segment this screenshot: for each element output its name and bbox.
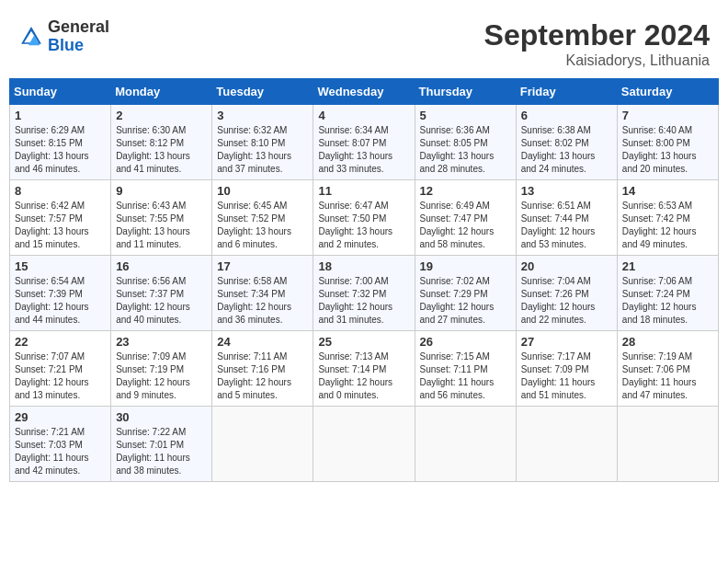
daylight-text: Daylight: 13 hours and 2 minutes. — [318, 226, 392, 249]
calendar-day-cell: 1 Sunrise: 6:29 AM Sunset: 8:15 PM Dayli… — [10, 105, 111, 180]
calendar-header-row: Sunday Monday Tuesday Wednesday Thursday… — [10, 79, 719, 105]
day-info: Sunrise: 6:34 AM Sunset: 8:07 PM Dayligh… — [318, 124, 409, 176]
sunrise-text: Sunrise: 6:54 AM — [15, 276, 85, 286]
day-number: 16 — [116, 259, 207, 273]
day-info: Sunrise: 6:32 AM Sunset: 8:10 PM Dayligh… — [217, 124, 308, 176]
sunrise-text: Sunrise: 7:11 AM — [217, 351, 287, 362]
sunrise-text: Sunrise: 6:47 AM — [318, 201, 388, 211]
calendar-day-cell: 10 Sunrise: 6:45 AM Sunset: 7:52 PM Dayl… — [212, 180, 313, 256]
day-number: 30 — [116, 410, 207, 424]
day-number: 21 — [622, 259, 713, 273]
daylight-text: Daylight: 12 hours and 0 minutes. — [318, 377, 392, 400]
day-number: 29 — [15, 410, 106, 424]
day-number: 8 — [15, 184, 106, 198]
day-number: 12 — [420, 184, 511, 198]
logo-text: General Blue — [48, 18, 109, 55]
calendar-day-cell: 16 Sunrise: 6:56 AM Sunset: 7:37 PM Dayl… — [111, 256, 212, 331]
day-info: Sunrise: 6:40 AM Sunset: 8:00 PM Dayligh… — [622, 124, 713, 176]
calendar-day-cell: 23 Sunrise: 7:09 AM Sunset: 7:19 PM Dayl… — [111, 331, 212, 407]
calendar-day-cell — [617, 407, 718, 482]
col-wednesday: Wednesday — [313, 79, 415, 105]
calendar-day-cell: 21 Sunrise: 7:06 AM Sunset: 7:24 PM Dayl… — [617, 256, 718, 331]
calendar-day-cell: 9 Sunrise: 6:43 AM Sunset: 7:55 PM Dayli… — [111, 180, 212, 256]
sunset-text: Sunset: 7:16 PM — [217, 364, 285, 374]
daylight-text: Daylight: 11 hours and 42 minutes. — [15, 453, 89, 476]
calendar-day-cell: 29 Sunrise: 7:21 AM Sunset: 7:03 PM Dayl… — [10, 407, 111, 482]
day-number: 18 — [318, 259, 409, 273]
sunrise-text: Sunrise: 6:51 AM — [521, 201, 591, 211]
daylight-text: Daylight: 13 hours and 41 minutes. — [116, 151, 190, 174]
sunrise-text: Sunrise: 6:40 AM — [622, 125, 692, 135]
sunset-text: Sunset: 7:14 PM — [318, 364, 386, 374]
day-info: Sunrise: 7:21 AM Sunset: 7:03 PM Dayligh… — [15, 426, 106, 477]
calendar-day-cell: 26 Sunrise: 7:15 AM Sunset: 7:11 PM Dayl… — [415, 331, 516, 407]
sunrise-text: Sunrise: 6:32 AM — [217, 125, 287, 135]
sunrise-text: Sunrise: 7:21 AM — [15, 427, 85, 437]
calendar-day-cell: 12 Sunrise: 6:49 AM Sunset: 7:47 PM Dayl… — [415, 180, 516, 256]
calendar-day-cell: 28 Sunrise: 7:19 AM Sunset: 7:06 PM Dayl… — [617, 331, 718, 407]
calendar-week-row: 22 Sunrise: 7:07 AM Sunset: 7:21 PM Dayl… — [10, 331, 719, 407]
calendar-day-cell: 14 Sunrise: 6:53 AM Sunset: 7:42 PM Dayl… — [617, 180, 718, 256]
sunset-text: Sunset: 8:15 PM — [15, 138, 83, 148]
sunrise-text: Sunrise: 7:09 AM — [116, 351, 186, 362]
day-info: Sunrise: 7:02 AM Sunset: 7:29 PM Dayligh… — [420, 275, 511, 327]
calendar-day-cell: 7 Sunrise: 6:40 AM Sunset: 8:00 PM Dayli… — [617, 105, 718, 180]
daylight-text: Daylight: 12 hours and 27 minutes. — [420, 302, 495, 325]
day-info: Sunrise: 6:30 AM Sunset: 8:12 PM Dayligh… — [116, 124, 207, 176]
sunrise-text: Sunrise: 6:43 AM — [116, 201, 186, 211]
calendar-day-cell — [516, 407, 617, 482]
day-info: Sunrise: 7:04 AM Sunset: 7:26 PM Dayligh… — [521, 275, 612, 327]
day-info: Sunrise: 6:42 AM Sunset: 7:57 PM Dayligh… — [15, 200, 106, 251]
day-info: Sunrise: 6:49 AM Sunset: 7:47 PM Dayligh… — [420, 200, 511, 251]
daylight-text: Daylight: 11 hours and 38 minutes. — [116, 453, 190, 476]
col-sunday: Sunday — [10, 79, 111, 105]
day-info: Sunrise: 6:38 AM Sunset: 8:02 PM Dayligh… — [521, 124, 612, 176]
day-number: 20 — [521, 259, 612, 273]
sunset-text: Sunset: 7:44 PM — [521, 213, 589, 224]
daylight-text: Daylight: 12 hours and 36 minutes. — [217, 302, 291, 325]
day-info: Sunrise: 6:54 AM Sunset: 7:39 PM Dayligh… — [15, 275, 106, 327]
sunset-text: Sunset: 7:34 PM — [217, 289, 285, 299]
calendar-day-cell: 25 Sunrise: 7:13 AM Sunset: 7:14 PM Dayl… — [313, 331, 415, 407]
sunset-text: Sunset: 7:52 PM — [217, 213, 285, 224]
daylight-text: Daylight: 12 hours and 22 minutes. — [521, 302, 596, 325]
sunset-text: Sunset: 8:02 PM — [521, 138, 589, 148]
day-number: 10 — [217, 184, 308, 198]
sunset-text: Sunset: 7:26 PM — [521, 289, 589, 299]
day-info: Sunrise: 6:51 AM Sunset: 7:44 PM Dayligh… — [521, 200, 612, 251]
daylight-text: Daylight: 12 hours and 13 minutes. — [15, 377, 89, 400]
day-number: 15 — [15, 259, 106, 273]
calendar-day-cell: 3 Sunrise: 6:32 AM Sunset: 8:10 PM Dayli… — [212, 105, 313, 180]
calendar-day-cell: 2 Sunrise: 6:30 AM Sunset: 8:12 PM Dayli… — [111, 105, 212, 180]
calendar-day-cell: 6 Sunrise: 6:38 AM Sunset: 8:02 PM Dayli… — [516, 105, 617, 180]
day-info: Sunrise: 7:07 AM Sunset: 7:21 PM Dayligh… — [15, 350, 106, 402]
daylight-text: Daylight: 12 hours and 9 minutes. — [116, 377, 190, 400]
col-friday: Friday — [516, 79, 617, 105]
day-info: Sunrise: 6:58 AM Sunset: 7:34 PM Dayligh… — [217, 275, 308, 327]
day-number: 22 — [15, 335, 106, 349]
daylight-text: Daylight: 13 hours and 6 minutes. — [217, 226, 291, 249]
day-info: Sunrise: 7:09 AM Sunset: 7:19 PM Dayligh… — [116, 350, 207, 402]
daylight-text: Daylight: 11 hours and 56 minutes. — [420, 377, 495, 400]
day-number: 3 — [217, 109, 308, 122]
daylight-text: Daylight: 13 hours and 20 minutes. — [622, 151, 697, 174]
sunrise-text: Sunrise: 6:36 AM — [420, 125, 490, 135]
daylight-text: Daylight: 12 hours and 5 minutes. — [217, 377, 291, 400]
sunset-text: Sunset: 7:19 PM — [116, 364, 184, 374]
month-title: September 2024 — [484, 18, 710, 52]
sunrise-text: Sunrise: 7:13 AM — [318, 351, 388, 362]
calendar-day-cell: 4 Sunrise: 6:34 AM Sunset: 8:07 PM Dayli… — [313, 105, 415, 180]
calendar-day-cell: 24 Sunrise: 7:11 AM Sunset: 7:16 PM Dayl… — [212, 331, 313, 407]
daylight-text: Daylight: 11 hours and 51 minutes. — [521, 377, 596, 400]
sunrise-text: Sunrise: 7:06 AM — [622, 276, 692, 286]
daylight-text: Daylight: 13 hours and 28 minutes. — [420, 151, 495, 174]
calendar-day-cell: 22 Sunrise: 7:07 AM Sunset: 7:21 PM Dayl… — [10, 331, 111, 407]
daylight-text: Daylight: 12 hours and 49 minutes. — [622, 226, 697, 249]
sunset-text: Sunset: 7:06 PM — [622, 364, 690, 374]
day-info: Sunrise: 7:06 AM Sunset: 7:24 PM Dayligh… — [622, 275, 713, 327]
sunset-text: Sunset: 7:24 PM — [622, 289, 690, 299]
calendar-day-cell: 13 Sunrise: 6:51 AM Sunset: 7:44 PM Dayl… — [516, 180, 617, 256]
sunset-text: Sunset: 7:21 PM — [15, 364, 83, 374]
calendar-day-cell: 15 Sunrise: 6:54 AM Sunset: 7:39 PM Dayl… — [10, 256, 111, 331]
calendar-day-cell — [212, 407, 313, 482]
